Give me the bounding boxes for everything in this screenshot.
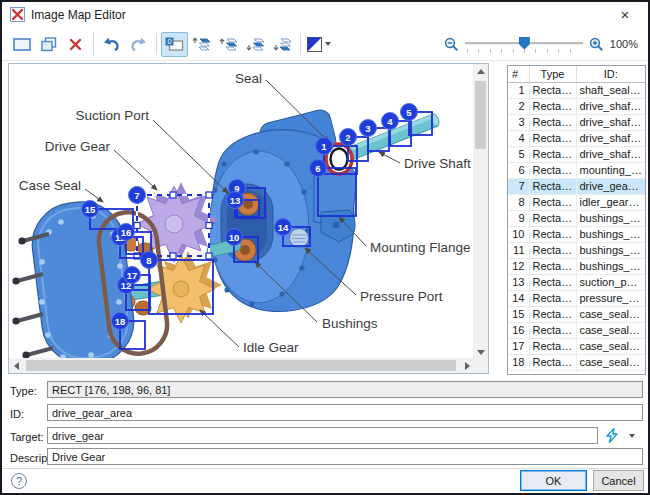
- cell-number[interactable]: 4: [508, 130, 529, 146]
- cell-type[interactable]: Rectangle: [529, 114, 576, 130]
- table-row[interactable]: 7Rectangledrive_gear_area: [508, 178, 645, 194]
- cell-id[interactable]: bushings_area: [576, 258, 645, 274]
- horizontal-scrollbar[interactable]: [9, 358, 475, 373]
- bring-forward-button[interactable]: [215, 32, 242, 57]
- cell-id[interactable]: bushings_area: [576, 242, 645, 258]
- redo-button[interactable]: [125, 32, 152, 57]
- cell-type[interactable]: Rectangle: [529, 162, 576, 178]
- cell-number[interactable]: 2: [508, 98, 529, 114]
- cell-type[interactable]: Rectangle: [529, 338, 576, 354]
- cell-type[interactable]: Rectangle: [529, 354, 576, 370]
- close-icon[interactable]: ×: [610, 5, 640, 25]
- toggle-numbers-button[interactable]: 0: [161, 32, 188, 57]
- table-row[interactable]: 18Rectanglecase_seal_area: [508, 354, 645, 370]
- column-header-type[interactable]: Type: [529, 66, 576, 82]
- table-row[interactable]: 10Rectanglebushings_area: [508, 226, 645, 242]
- scroll-up-icon[interactable]: [473, 64, 488, 79]
- table-row[interactable]: 8Rectangleidler_gear_area: [508, 194, 645, 210]
- cell-number[interactable]: 12: [508, 258, 529, 274]
- cell-number[interactable]: 15: [508, 306, 529, 322]
- color-picker-button[interactable]: [305, 32, 332, 57]
- duplicate-button[interactable]: [35, 32, 62, 57]
- table-row[interactable]: 5Rectangledrive_shaft_area: [508, 146, 645, 162]
- cell-id[interactable]: drive_shaft_area: [576, 130, 645, 146]
- cell-number[interactable]: 5: [508, 146, 529, 162]
- vertical-scrollbar[interactable]: [473, 64, 488, 360]
- help-icon[interactable]: ?: [11, 473, 27, 489]
- selection-handle[interactable]: [134, 223, 140, 229]
- cell-type[interactable]: Rectangle: [529, 290, 576, 306]
- description-field[interactable]: Drive Gear: [47, 448, 643, 465]
- cell-type[interactable]: Rectangle: [529, 98, 576, 114]
- zoom-in-icon[interactable]: [589, 37, 604, 52]
- table-row[interactable]: 6Rectanglemounting_flange_area: [508, 162, 645, 178]
- cell-type[interactable]: Rectangle: [529, 82, 576, 98]
- cell-type[interactable]: Rectangle: [529, 274, 576, 290]
- cell-number[interactable]: 7: [508, 178, 529, 194]
- cell-id[interactable]: bushings_area: [576, 226, 645, 242]
- target-dropdown-caret-icon[interactable]: [629, 434, 635, 438]
- scroll-left-icon[interactable]: [9, 358, 24, 373]
- image-map-canvas[interactable]: SealSuction PortDrive GearCase SealDrive…: [8, 63, 489, 374]
- cell-id[interactable]: bushings_area: [576, 210, 645, 226]
- cell-id[interactable]: case_seal_area: [576, 322, 645, 338]
- table-row[interactable]: 15Rectanglecase_seal_area: [508, 306, 645, 322]
- cell-id[interactable]: drive_shaft_area: [576, 114, 645, 130]
- table-row[interactable]: 17Rectanglecase_seal_area: [508, 338, 645, 354]
- cell-number[interactable]: 8: [508, 194, 529, 210]
- cell-id[interactable]: case_seal_area: [576, 306, 645, 322]
- table-row[interactable]: 4Rectangledrive_shaft_area: [508, 130, 645, 146]
- cell-type[interactable]: Rectangle: [529, 258, 576, 274]
- cell-id[interactable]: idler_gear_area: [576, 194, 645, 210]
- vertical-scroll-thumb[interactable]: [475, 81, 486, 149]
- table-row[interactable]: 14Rectanglepressure_port_area: [508, 290, 645, 306]
- cell-type[interactable]: Rectangle: [529, 210, 576, 226]
- cell-type[interactable]: Rectangle: [529, 130, 576, 146]
- zoom-slider[interactable]: [465, 36, 583, 53]
- table-row[interactable]: 13Rectanglesuction_port_area: [508, 274, 645, 290]
- cell-number[interactable]: 3: [508, 114, 529, 130]
- selection-handle[interactable]: [170, 192, 176, 198]
- cell-number[interactable]: 13: [508, 274, 529, 290]
- table-row[interactable]: 12Rectanglebushings_area: [508, 258, 645, 274]
- cell-id[interactable]: mounting_flange_area: [576, 162, 645, 178]
- cell-id[interactable]: drive_shaft_area: [576, 98, 645, 114]
- undo-button[interactable]: [98, 32, 125, 57]
- cell-id[interactable]: shaft_seal_area: [576, 82, 645, 98]
- table-row[interactable]: 1Rectangleshaft_seal_area: [508, 82, 645, 98]
- target-field[interactable]: drive_gear: [47, 427, 598, 444]
- cell-number[interactable]: 14: [508, 290, 529, 306]
- select-target-icon[interactable]: [604, 428, 620, 443]
- cell-type[interactable]: Rectangle: [529, 146, 576, 162]
- cell-number[interactable]: 17: [508, 338, 529, 354]
- table-row[interactable]: 3Rectangledrive_shaft_area: [508, 114, 645, 130]
- selection-handle[interactable]: [206, 223, 212, 229]
- table-row[interactable]: 11Rectanglebushings_area: [508, 242, 645, 258]
- column-header-number[interactable]: #: [508, 66, 529, 82]
- cell-type[interactable]: Rectangle: [529, 178, 576, 194]
- table-row[interactable]: 2Rectangledrive_shaft_area: [508, 98, 645, 114]
- cell-number[interactable]: 10: [508, 226, 529, 242]
- send-backward-button[interactable]: [242, 32, 269, 57]
- id-field[interactable]: drive_gear_area: [47, 404, 643, 421]
- cell-number[interactable]: 18: [508, 354, 529, 370]
- cell-id[interactable]: suction_port_area: [576, 274, 645, 290]
- cell-id[interactable]: pressure_port_area: [576, 290, 645, 306]
- cell-number[interactable]: 1: [508, 82, 529, 98]
- table-row[interactable]: 16Rectanglecase_seal_area: [508, 322, 645, 338]
- table-row[interactable]: 9Rectanglebushings_area: [508, 210, 645, 226]
- cell-id[interactable]: drive_gear_area: [576, 178, 645, 194]
- cell-type[interactable]: Rectangle: [529, 306, 576, 322]
- cell-id[interactable]: case_seal_area: [576, 338, 645, 354]
- cell-type[interactable]: Rectangle: [529, 194, 576, 210]
- cell-number[interactable]: 11: [508, 242, 529, 258]
- cell-number[interactable]: 16: [508, 322, 529, 338]
- cell-id[interactable]: drive_shaft_area: [576, 146, 645, 162]
- send-to-back-button[interactable]: [269, 32, 296, 57]
- horizontal-scroll-thumb[interactable]: [26, 360, 456, 371]
- delete-button[interactable]: [62, 32, 89, 57]
- cell-type[interactable]: Rectangle: [529, 242, 576, 258]
- bring-to-front-button[interactable]: [188, 32, 215, 57]
- zoom-out-icon[interactable]: [444, 37, 459, 52]
- selection-handle[interactable]: [206, 253, 212, 259]
